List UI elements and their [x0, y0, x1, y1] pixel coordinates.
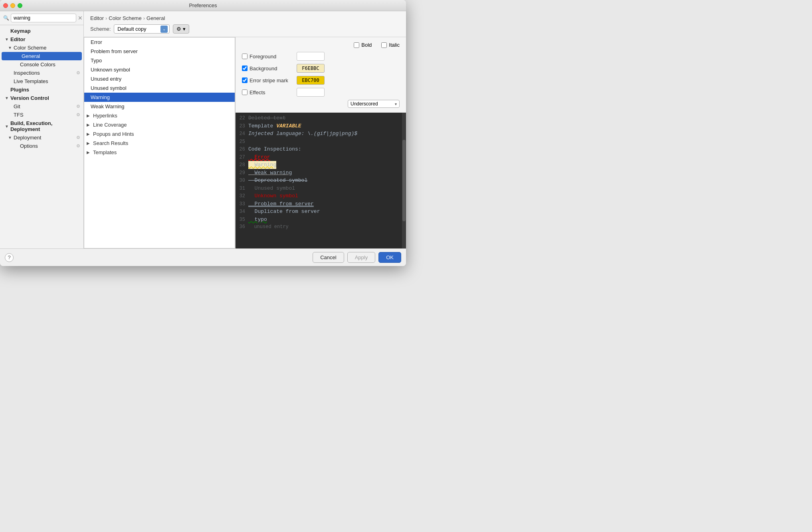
- search-icon: 🔍: [3, 15, 9, 21]
- tree-item-hyperlinks[interactable]: ▶ Hyperlinks: [84, 111, 235, 120]
- background-color-box[interactable]: F6EBBC: [297, 64, 325, 73]
- sidebar-item-general[interactable]: General: [2, 52, 82, 60]
- sidebar-item-version-control[interactable]: ▼ Version Control: [0, 94, 83, 102]
- tree-item-label: Unused symbol: [91, 85, 127, 91]
- sidebar-item-tfs[interactable]: TFS ⚙: [0, 111, 83, 119]
- apply-button[interactable]: Apply: [347, 252, 376, 263]
- tree-item-unused-symbol[interactable]: Unused symbol: [84, 83, 235, 93]
- code-text: Unknown symbol: [248, 192, 298, 200]
- gear-icon: ⚙: [176, 26, 181, 32]
- tree-item-search-results[interactable]: ▶ Search Results: [84, 139, 235, 148]
- scheme-gear-button[interactable]: ⚙ ▾: [173, 24, 189, 34]
- search-input[interactable]: [11, 14, 76, 22]
- sidebar-item-git[interactable]: Git ⚙: [0, 102, 83, 111]
- line-number: 33: [237, 200, 248, 208]
- tree-item-typo[interactable]: Typo: [84, 56, 235, 65]
- code-text: Problem from server: [248, 200, 314, 208]
- italic-checkbox[interactable]: [381, 42, 387, 48]
- expand-arrow: ▼: [8, 135, 12, 140]
- options-area: Bold Italic Foreground: [236, 37, 406, 113]
- chevron-down-icon: ▾: [395, 102, 397, 106]
- error-stripe-checkbox[interactable]: [242, 77, 248, 83]
- effects-row: Effects: [242, 88, 400, 97]
- split-pane: Error Problem from server Typo Unknown s…: [84, 37, 406, 248]
- line-number: 35: [237, 216, 248, 223]
- tree-item-popups-hints[interactable]: ▶ Popups and Hints: [84, 129, 235, 139]
- code-text: Unused symbol: [248, 185, 295, 193]
- code-line-31: 31 Unused symbol: [237, 185, 406, 193]
- sidebar-item-console-colors[interactable]: Console Colors: [0, 60, 83, 69]
- effects-checkbox[interactable]: [242, 89, 248, 95]
- tree-item-problem-from-server[interactable]: Problem from server: [84, 47, 235, 56]
- tree-item-weak-warning[interactable]: Weak Warning: [84, 102, 235, 111]
- effects-option[interactable]: Effects: [242, 89, 293, 95]
- foreground-color-box[interactable]: [297, 52, 325, 61]
- tree-item-label: Problem from server: [91, 48, 138, 54]
- foreground-option[interactable]: Foreground: [242, 54, 293, 60]
- gear-icon: ⚙: [76, 135, 80, 140]
- sidebar-item-color-scheme[interactable]: ▼ Color Scheme: [0, 44, 83, 52]
- tree-item-warning[interactable]: Warning: [84, 93, 235, 102]
- sidebar-item-label: Editor: [10, 36, 26, 42]
- sidebar-item-label: Plugins: [10, 87, 29, 93]
- sidebar-item-options[interactable]: Options ⚙: [0, 142, 83, 150]
- window-controls[interactable]: [3, 3, 22, 8]
- code-text: Deleted text: [248, 114, 286, 122]
- italic-option[interactable]: Italic: [381, 42, 400, 48]
- sidebar-item-keymap[interactable]: Keymap: [0, 27, 83, 35]
- right-pane: Bold Italic Foreground: [236, 37, 406, 248]
- line-number: 30: [237, 177, 248, 184]
- search-box[interactable]: 🔍 ✕: [0, 11, 83, 25]
- sidebar-item-plugins[interactable]: Plugins: [0, 85, 83, 94]
- tree-item-line-coverage[interactable]: ▶ Line Coverage: [84, 120, 235, 129]
- line-number: 22: [237, 115, 248, 122]
- sidebar-item-label: Color Scheme: [14, 45, 46, 51]
- background-checkbox[interactable]: [242, 66, 248, 71]
- expand-arrow: ▶: [87, 123, 90, 127]
- tree-item-label: Search Results: [93, 140, 128, 146]
- sidebar-item-editor[interactable]: ▼ Editor: [0, 35, 83, 44]
- bold-checkbox[interactable]: [354, 42, 359, 48]
- underscored-dropdown[interactable]: Underscored ▾: [348, 100, 400, 108]
- minimize-button[interactable]: [10, 3, 15, 8]
- tree-item-error[interactable]: Error: [84, 38, 235, 47]
- sidebar-item-build-execution[interactable]: ▼ Build, Execution, Deployment: [0, 119, 83, 133]
- tree-item-label: Error: [91, 39, 102, 45]
- line-number: 24: [237, 130, 248, 137]
- color-scheme-tree[interactable]: Error Problem from server Typo Unknown s…: [84, 37, 235, 248]
- scheme-label: Scheme:: [90, 26, 111, 32]
- foreground-checkbox[interactable]: [242, 54, 248, 59]
- tree-item-templates[interactable]: ▶ Templates: [84, 148, 235, 157]
- expand-arrow: ▶: [87, 132, 90, 136]
- code-line-23: 23 Template VARIABLE: [237, 122, 406, 130]
- tree-item-unknown-symbol[interactable]: Unknown symbol: [84, 65, 235, 74]
- background-row: Background F6EBBC: [242, 64, 400, 73]
- error-stripe-color-box[interactable]: EBC700: [297, 76, 325, 85]
- search-clear-button[interactable]: ✕: [78, 15, 83, 21]
- scrollbar-track[interactable]: [402, 113, 406, 248]
- ok-button[interactable]: OK: [378, 252, 401, 263]
- chevron-down-icon: ⌄: [160, 26, 168, 33]
- tree-item-label: Typo: [91, 58, 102, 64]
- main-container: 🔍 ✕ Keymap ▼ Editor ▼ Color Scheme Gener…: [0, 11, 406, 248]
- cancel-button[interactable]: Cancel: [313, 252, 344, 263]
- error-stripe-option[interactable]: Error stripe mark: [242, 77, 293, 83]
- sidebar-item-deployment[interactable]: ▼ Deployment ⚙: [0, 133, 83, 142]
- line-number: 29: [237, 169, 248, 177]
- tree-item-label: Warning: [91, 94, 110, 100]
- maximize-button[interactable]: [18, 3, 22, 8]
- tree-item-unused-entry[interactable]: Unused entry: [84, 74, 235, 83]
- scheme-dropdown[interactable]: Default copy ⌄: [114, 24, 170, 34]
- background-option[interactable]: Background: [242, 66, 293, 71]
- close-button[interactable]: [3, 3, 8, 8]
- bold-label: Bold: [361, 42, 372, 48]
- italic-label: Italic: [389, 42, 400, 48]
- help-button[interactable]: ?: [5, 253, 14, 262]
- scrollbar-thumb[interactable]: [402, 140, 406, 221]
- effects-color-box[interactable]: [297, 88, 325, 97]
- sidebar-item-inspections[interactable]: Inspections ⚙: [0, 69, 83, 77]
- sidebar-item-live-templates[interactable]: Live Templates: [0, 77, 83, 85]
- bold-option[interactable]: Bold: [354, 42, 372, 48]
- tree-item-label: Weak Warning: [91, 103, 125, 109]
- tree-item-label: Templates: [93, 149, 117, 155]
